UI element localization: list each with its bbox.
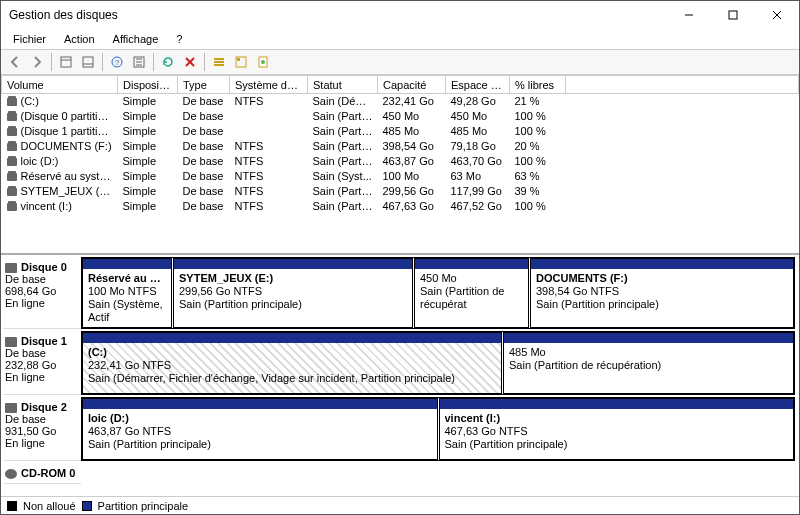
disk-label-0[interactable]: Disque 0 De base 698,64 Go En ligne (3, 257, 81, 329)
table-row[interactable]: loic (D:)SimpleDe baseNTFSSain (Parti...… (2, 154, 799, 169)
legend-swatch-unallocated (7, 501, 17, 511)
partition-loic[interactable]: loic (D:) 463,87 Go NTFS Sain (Partition… (82, 398, 438, 460)
svg-rect-17 (214, 61, 224, 63)
back-icon[interactable] (5, 52, 25, 72)
close-button[interactable] (755, 1, 799, 29)
cell-disposition: Simple (118, 109, 178, 124)
partition-recovery-450[interactable]: 450 Mo Sain (Partition de récupérat (414, 258, 529, 328)
cell-pct: 20 % (510, 139, 566, 154)
view-bottom-icon[interactable] (78, 52, 98, 72)
table-row[interactable]: SYTEM_JEUX (E:)SimpleDe baseNTFSSain (Pa… (2, 184, 799, 199)
volume-list: Volume Disposition Type Système de ... S… (1, 75, 799, 255)
cell-fs: NTFS (230, 199, 308, 214)
legend: Non alloué Partition principale (1, 496, 799, 514)
refresh-icon[interactable] (158, 52, 178, 72)
cell-capacite: 232,41 Go (378, 94, 446, 109)
cell-type: De base (178, 124, 230, 139)
maximize-button[interactable] (711, 1, 755, 29)
menu-file[interactable]: Fichier (5, 31, 54, 47)
settings-icon[interactable] (129, 52, 149, 72)
cell-statut: Sain (Parti... (308, 199, 378, 214)
cell-pct: 100 % (510, 154, 566, 169)
volume-table: Volume Disposition Type Système de ... S… (1, 75, 799, 214)
col-fs[interactable]: Système de ... (230, 76, 308, 94)
cell-capacite: 450 Mo (378, 109, 446, 124)
graphical-view: Disque 0 De base 698,64 Go En ligne Rése… (1, 255, 799, 496)
legend-unallocated: Non alloué (23, 500, 76, 512)
cell-pct: 100 % (510, 109, 566, 124)
partition-header (174, 259, 412, 269)
col-type[interactable]: Type (178, 76, 230, 94)
cell-espace: 463,70 Go (446, 154, 510, 169)
col-espace[interactable]: Espace li... (446, 76, 510, 94)
col-capacite[interactable]: Capacité (378, 76, 446, 94)
partition-size: 232,41 Go NTFS (88, 359, 496, 372)
menubar: Fichier Action Affichage ? (1, 29, 799, 49)
table-row[interactable]: DOCUMENTS (F:)SimpleDe baseNTFSSain (Par… (2, 139, 799, 154)
cell-statut: Sain (Dém... (308, 94, 378, 109)
minimize-button[interactable] (667, 1, 711, 29)
table-row[interactable]: (Disque 0 partition...SimpleDe baseSain … (2, 109, 799, 124)
cell-volume: vincent (I:) (2, 199, 118, 214)
col-spacer (566, 76, 799, 94)
disk-management-window: Gestion des disques Fichier Action Affic… (0, 0, 800, 515)
legend-swatch-primary (82, 501, 92, 511)
cell-disposition: Simple (118, 124, 178, 139)
cell-type: De base (178, 154, 230, 169)
partition-recovery-485[interactable]: 485 Mo Sain (Partition de récupération) (503, 332, 794, 394)
disk-status: En ligne (5, 437, 79, 449)
table-header-row: Volume Disposition Type Système de ... S… (2, 76, 799, 94)
disk-label-1[interactable]: Disque 1 De base 232,88 Go En ligne (3, 331, 81, 395)
view-top-icon[interactable] (56, 52, 76, 72)
partition-name: vincent (I:) (445, 412, 789, 425)
menu-help[interactable]: ? (168, 31, 190, 47)
forward-icon[interactable] (27, 52, 47, 72)
partition-documents[interactable]: DOCUMENTS (F:) 398,54 Go NTFS Sain (Part… (530, 258, 794, 328)
partition-status: Sain (Partition de récupération) (509, 359, 788, 372)
cell-espace: 49,28 Go (446, 94, 510, 109)
properties-icon[interactable] (253, 52, 273, 72)
help-icon[interactable]: ? (107, 52, 127, 72)
cell-capacite: 467,63 Go (378, 199, 446, 214)
disk-label-2[interactable]: Disque 2 De base 931,50 Go En ligne (3, 397, 81, 461)
cell-statut: Sain (Parti... (308, 139, 378, 154)
partition-name: Réservé au systèm (88, 272, 166, 285)
toolbar-separator (51, 53, 52, 71)
cell-fs: NTFS (230, 94, 308, 109)
disk-label-cdrom[interactable]: CD-ROM 0 (3, 463, 81, 484)
table-row[interactable]: vincent (I:)SimpleDe baseNTFSSain (Parti… (2, 199, 799, 214)
col-libres[interactable]: % libres (510, 76, 566, 94)
partition-size: 467,63 Go NTFS (445, 425, 789, 438)
volume-icon (7, 203, 17, 211)
disk-name: Disque 2 (21, 401, 67, 413)
cell-volume: DOCUMENTS (F:) (2, 139, 118, 154)
cell-disposition: Simple (118, 154, 178, 169)
cell-disposition: Simple (118, 169, 178, 184)
col-statut[interactable]: Statut (308, 76, 378, 94)
delete-icon[interactable] (180, 52, 200, 72)
cell-espace: 467,52 Go (446, 199, 510, 214)
cell-capacite: 485 Mo (378, 124, 446, 139)
col-disposition[interactable]: Disposition (118, 76, 178, 94)
disk-size: 698,64 Go (5, 285, 79, 297)
table-row[interactable]: Réservé au systèmeSimpleDe baseNTFSSain … (2, 169, 799, 184)
partition-reserved[interactable]: Réservé au systèm 100 Mo NTFS Sain (Syst… (82, 258, 172, 328)
titlebar: Gestion des disques (1, 1, 799, 29)
list-icon[interactable] (209, 52, 229, 72)
table-row[interactable]: (C:)SimpleDe baseNTFSSain (Dém...232,41 … (2, 94, 799, 109)
partition-sytem-jeux[interactable]: SYTEM_JEUX (E:) 299,56 Go NTFS Sain (Par… (173, 258, 413, 328)
partition-header (83, 333, 501, 343)
cell-espace: 63 Mo (446, 169, 510, 184)
disk-size: 931,50 Go (5, 425, 79, 437)
partition-status: Sain (Partition de récupérat (420, 285, 523, 311)
col-volume[interactable]: Volume (2, 76, 118, 94)
table-row[interactable]: (Disque 1 partition...SimpleDe baseSain … (2, 124, 799, 139)
menu-action[interactable]: Action (56, 31, 103, 47)
menu-view[interactable]: Affichage (105, 31, 167, 47)
partition-vincent[interactable]: vincent (I:) 467,63 Go NTFS Sain (Partit… (439, 398, 795, 460)
partition-c[interactable]: (C:) 232,41 Go NTFS Sain (Démarrer, Fich… (82, 332, 502, 394)
partition-status: Sain (Partition principale) (179, 298, 407, 311)
partition-size: 463,87 Go NTFS (88, 425, 432, 438)
partition-header (83, 259, 171, 269)
detail-icon[interactable] (231, 52, 251, 72)
